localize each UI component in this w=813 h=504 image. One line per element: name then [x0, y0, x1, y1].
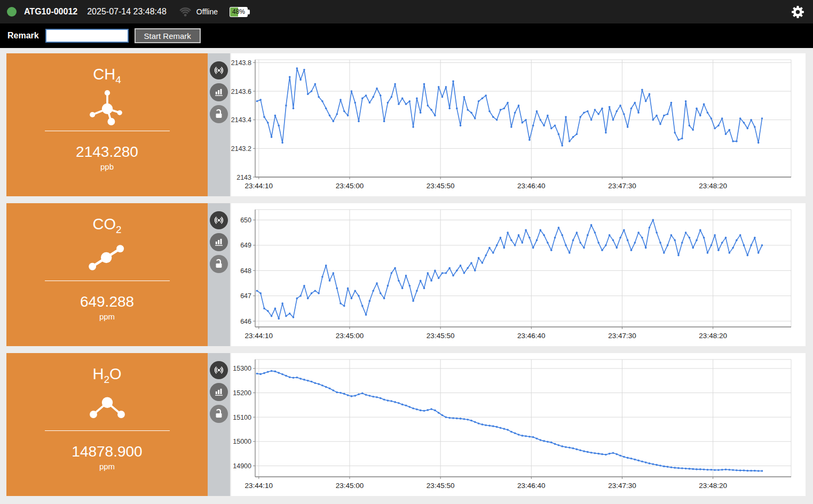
card-divider — [45, 281, 170, 281]
svg-text:2143: 2143 — [236, 174, 251, 181]
ch4-chart-canvas[interactable]: 21432143.22143.42143.62143.823:44:1023:4… — [231, 53, 806, 196]
svg-text:23:45:00: 23:45:00 — [336, 482, 364, 490]
svg-text:646: 646 — [240, 318, 251, 325]
broadcast-button[interactable] — [210, 61, 228, 79]
gear-icon — [791, 5, 804, 19]
svg-text:23:45:00: 23:45:00 — [336, 182, 364, 190]
svg-text:2143.4: 2143.4 — [231, 116, 251, 124]
svg-text:647: 647 — [240, 292, 251, 300]
svg-text:23:48:20: 23:48:20 — [699, 482, 727, 490]
timestamp: 2025-07-14 23:48:48 — [87, 7, 167, 17]
svg-text:23:47:30: 23:47:30 — [608, 332, 636, 340]
bar-chart-icon — [212, 86, 225, 99]
remark-bar: Remark Start Remark — [0, 23, 813, 48]
ch4-card: CH4 2143.280 ppb — [6, 53, 208, 196]
h2o-chart-canvas[interactable]: 149001500015100152001530023:44:1023:45:0… — [231, 353, 806, 496]
svg-text:23:45:50: 23:45:50 — [427, 332, 455, 340]
panel-h2o: H2O 14878.900 ppm — [6, 353, 806, 496]
broadcast-icon — [212, 214, 225, 227]
svg-text:2143.8: 2143.8 — [231, 59, 251, 67]
gas-value-h2o: 14878.900 — [6, 444, 208, 460]
svg-text:23:45:50: 23:45:50 — [427, 482, 455, 490]
gas-value-co2: 649.288 — [6, 294, 208, 310]
co2-chart: 64664764864965023:44:1023:45:0023:45:502… — [231, 203, 806, 346]
bar-chart-button[interactable] — [210, 383, 228, 401]
svg-text:2143.6: 2143.6 — [231, 88, 251, 95]
co2-chart-canvas[interactable]: 64664764864965023:44:1023:45:0023:45:502… — [231, 203, 806, 346]
svg-text:650: 650 — [240, 217, 251, 224]
battery-nub — [248, 10, 250, 14]
card-divider — [45, 430, 170, 431]
water-molecule-icon — [82, 387, 133, 428]
broadcast-icon — [212, 364, 225, 377]
remark-label: Remark — [7, 31, 39, 41]
gas-name-ch4: CH4 — [6, 53, 208, 86]
settings-button[interactable] — [791, 5, 804, 19]
broadcast-button[interactable] — [210, 211, 228, 229]
unlock-icon — [212, 258, 225, 270]
gas-unit-co2: ppm — [6, 312, 208, 321]
svg-text:15300: 15300 — [233, 365, 251, 372]
co2-tool-strip — [208, 203, 230, 346]
svg-text:23:45:50: 23:45:50 — [427, 182, 455, 190]
gas-name-h2o: H2O — [6, 353, 208, 386]
connection-status-label: Offline — [196, 7, 218, 16]
methane-molecule-icon — [82, 87, 133, 129]
panel-co2: CO2 649.288 ppm — [6, 203, 806, 346]
gas-unit-ch4: ppb — [6, 162, 208, 171]
lock-button[interactable] — [210, 405, 228, 423]
card-divider — [45, 131, 170, 131]
co2-molecule-icon — [82, 237, 133, 278]
svg-text:23:45:00: 23:45:00 — [336, 332, 364, 340]
panel-ch4: CH4 2143.280 ppb — [6, 53, 806, 196]
bar-chart-button[interactable] — [210, 83, 228, 101]
svg-text:23:46:40: 23:46:40 — [517, 182, 546, 190]
unlock-icon — [212, 108, 225, 121]
svg-text:23:46:40: 23:46:40 — [517, 332, 546, 340]
h2o-card: H2O 14878.900 ppm — [6, 353, 208, 496]
svg-text:23:47:30: 23:47:30 — [608, 182, 636, 190]
svg-text:15200: 15200 — [233, 389, 251, 397]
top-header-bar: ATG10-00012 2025-07-14 23:48:48 Offline … — [0, 0, 813, 23]
gas-value-ch4: 2143.280 — [6, 144, 208, 161]
wifi-icon — [178, 6, 193, 17]
svg-text:23:48:20: 23:48:20 — [699, 332, 727, 340]
h2o-tool-strip — [208, 353, 230, 496]
broadcast-icon — [212, 64, 225, 77]
svg-text:15100: 15100 — [233, 414, 251, 421]
svg-text:649: 649 — [240, 242, 251, 249]
svg-text:23:47:30: 23:47:30 — [608, 482, 636, 490]
svg-text:23:44:10: 23:44:10 — [245, 182, 273, 190]
ch4-chart: 21432143.22143.42143.62143.823:44:1023:4… — [231, 53, 806, 196]
co2-card: CO2 649.288 ppm — [6, 203, 208, 346]
svg-text:14900: 14900 — [233, 462, 251, 470]
svg-text:23:48:20: 23:48:20 — [699, 182, 727, 190]
device-id: ATG10-00012 — [24, 7, 77, 17]
svg-text:23:44:10: 23:44:10 — [245, 482, 273, 490]
h2o-chart: 149001500015100152001530023:44:1023:45:0… — [231, 353, 806, 496]
start-remark-button[interactable]: Start Remark — [135, 28, 201, 43]
unlock-icon — [212, 407, 225, 420]
status-indicator-dot — [7, 7, 17, 17]
battery-percent: 48% — [230, 7, 248, 17]
svg-text:2143.2: 2143.2 — [231, 145, 251, 153]
svg-text:23:44:10: 23:44:10 — [245, 332, 273, 340]
gas-name-co2: CO2 — [6, 203, 208, 236]
svg-text:23:46:40: 23:46:40 — [517, 482, 546, 490]
bar-chart-button[interactable] — [210, 233, 228, 251]
svg-text:15000: 15000 — [233, 438, 251, 445]
lock-button[interactable] — [210, 105, 228, 123]
battery-indicator: 48% — [230, 7, 248, 17]
bar-chart-icon — [212, 386, 225, 398]
svg-text:648: 648 — [240, 267, 251, 275]
ch4-tool-strip — [208, 53, 230, 196]
bar-chart-icon — [212, 236, 225, 249]
app: { "header": { "device_id": "ATG10-00012"… — [0, 0, 813, 504]
gas-unit-h2o: ppm — [6, 462, 208, 471]
broadcast-button[interactable] — [210, 361, 228, 379]
lock-button[interactable] — [210, 255, 228, 273]
remark-input[interactable] — [45, 29, 129, 43]
